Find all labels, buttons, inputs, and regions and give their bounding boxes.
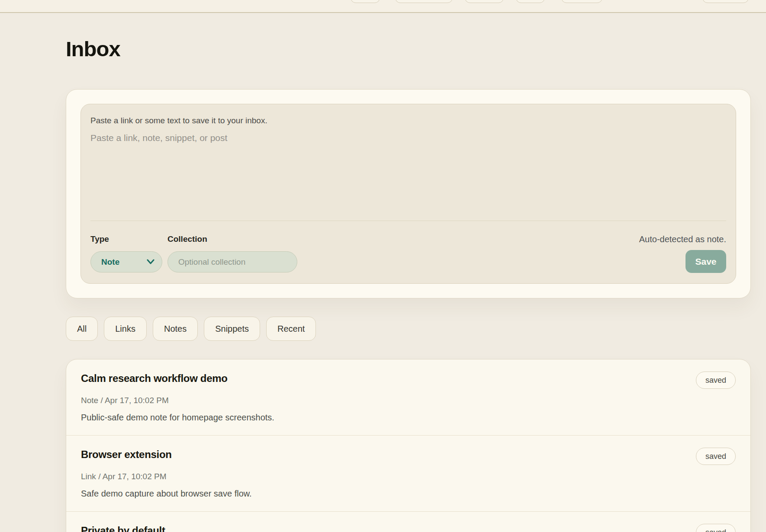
type-select[interactable]: Note (90, 251, 162, 272)
list-item[interactable]: Private by default saved (66, 512, 750, 532)
filter-chips: All Links Notes Snippets Recent (66, 317, 751, 341)
type-field-group: Type Note (90, 234, 162, 272)
item-description: Public-safe demo note for homepage scree… (81, 413, 736, 423)
save-button[interactable]: Save (686, 250, 726, 273)
type-select-wrap: Note (90, 251, 162, 272)
status-badge: saved (696, 372, 736, 389)
item-title: Private by default (81, 525, 165, 532)
status-badge: saved (696, 524, 736, 532)
status-badge: saved (696, 448, 736, 465)
composer-prompt: Paste a link or some text to save it to … (90, 115, 726, 126)
auto-detect-status: Auto-detected as note. (639, 234, 726, 244)
list-item-header: Private by default saved (81, 524, 736, 532)
list-item[interactable]: Browser extension saved Link / Apr 17, 1… (66, 436, 750, 512)
composer: Paste a link or some text to save it to … (80, 104, 736, 284)
page-title: Inbox (66, 37, 751, 61)
composer-controls: Type Note Collection Auto-de (90, 221, 726, 273)
top-nav-pill[interactable] (561, 0, 602, 3)
filter-chip-notes[interactable]: Notes (153, 317, 198, 341)
item-meta: Note / Apr 17, 10:02 PM (81, 396, 736, 405)
item-title: Calm research workflow demo (81, 372, 228, 385)
list-item-header: Calm research workflow demo saved (81, 372, 736, 389)
filter-chip-recent[interactable]: Recent (266, 317, 316, 341)
top-nav-pill[interactable] (395, 0, 453, 3)
top-nav (0, 0, 766, 13)
inbox-list: Calm research workflow demo saved Note /… (66, 359, 751, 532)
filter-chip-all[interactable]: All (66, 317, 98, 341)
composer-card: Paste a link or some text to save it to … (66, 89, 751, 298)
top-nav-pill[interactable] (702, 0, 749, 3)
item-meta: Link / Apr 17, 10:02 PM (81, 472, 736, 481)
filter-chip-links[interactable]: Links (104, 317, 147, 341)
collection-input[interactable] (167, 251, 297, 272)
top-nav-pill[interactable] (516, 0, 545, 3)
type-label: Type (90, 234, 162, 244)
collection-field-group: Collection (167, 234, 297, 272)
main-content: Inbox Paste a link or some text to save … (0, 37, 766, 532)
top-nav-pill[interactable] (465, 0, 504, 3)
composer-input[interactable] (90, 133, 726, 221)
list-item[interactable]: Calm research workflow demo saved Note /… (66, 359, 750, 436)
item-title: Browser extension (81, 449, 172, 461)
top-nav-pill[interactable] (351, 0, 380, 3)
composer-actions: Auto-detected as note. Save (639, 234, 726, 273)
item-description: Safe demo capture about browser save flo… (81, 489, 736, 499)
filter-chip-snippets[interactable]: Snippets (204, 317, 260, 341)
list-item-header: Browser extension saved (81, 448, 736, 465)
collection-label: Collection (167, 234, 297, 244)
